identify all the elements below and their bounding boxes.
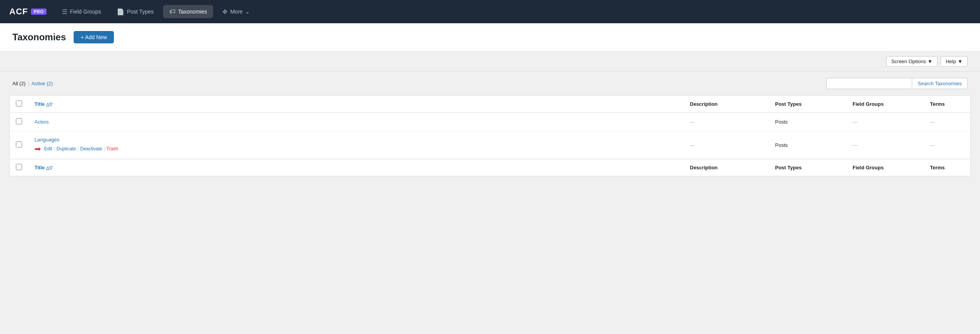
title-sort-link[interactable]: Title △▽ [34,101,52,107]
filter-separator: | [28,81,29,86]
row-languages-checkbox-cell [10,131,28,159]
row-actors-title-link[interactable]: Actors [34,119,49,125]
page-header: Taxonomies + Add New [0,23,980,52]
row-actors-field-groups: — [846,113,924,131]
search-button[interactable]: Search Taxonomies [912,78,968,89]
select-all-checkbox[interactable] [16,100,22,107]
row-languages-title-link[interactable]: Languages [34,137,59,143]
row-actors-description: — [684,113,769,131]
search-area: Search Taxonomies [827,78,968,89]
pro-badge: PRO [31,9,46,15]
action-sep-2: | [77,146,79,152]
acf-logo: ACF PRO [9,7,46,17]
taxonomies-icon: 🏷 [169,8,175,15]
filter-active[interactable]: Active (2) [31,81,53,86]
post-types-icon: 📄 [117,8,124,15]
table-row: Languages ➡ Edit | Duplicate | Deactivat… [10,131,970,159]
foot-col-post-types: Post Types [769,159,846,176]
help-button[interactable]: Help ▼ [940,56,968,67]
row-action-duplicate[interactable]: Duplicate [57,146,76,152]
nav-label-field-groups: Field Groups [70,9,101,15]
arrow-indicator: ➡ [34,144,41,153]
action-sep-3: | [104,146,105,152]
help-arrow-icon: ▼ [958,59,963,64]
action-sep-1: | [54,146,55,152]
row-actors-post-types: Posts [769,113,846,131]
add-new-button[interactable]: + Add New [74,31,114,43]
screen-options-button[interactable]: Screen Options ▼ [886,56,937,67]
taxonomies-table: Title △▽ Description Post Types Field Gr… [10,96,970,176]
title-sort-icon: △▽ [46,102,52,107]
main-content: Screen Options ▼ Help ▼ All (2) | Active… [0,52,980,176]
foot-col-terms: Terms [924,159,970,176]
foot-col-field-groups: Field Groups [846,159,924,176]
more-chevron-icon: ⌄ [245,9,250,15]
foot-col-title: Title △▽ [28,159,684,176]
nav-item-post-types[interactable]: 📄 Post Types [110,5,160,19]
col-terms-header: Terms [924,96,970,113]
row-languages-terms: — [924,131,970,159]
filter-all[interactable]: All (2) [12,81,26,86]
help-label: Help [946,59,956,64]
foot-title-sort-link[interactable]: Title △▽ [34,165,52,170]
foot-title-sort-icon: △▽ [46,165,52,170]
more-icon: ✥ [222,8,227,15]
table-body: Actors — Posts — — [10,113,970,159]
field-groups-icon: ☰ [62,8,67,15]
filter-bar: All (2) | Active (2) Search Taxonomies [0,72,980,95]
col-title-header: Title △▽ [28,96,684,113]
row-languages-title-cell: Languages ➡ Edit | Duplicate | Deactivat… [28,131,684,159]
table-row: Actors — Posts — — [10,113,970,131]
table-header-row: Title △▽ Description Post Types Field Gr… [10,96,970,113]
taxonomies-table-wrapper: Title △▽ Description Post Types Field Gr… [9,95,971,176]
row-actors-title-cell: Actors [28,113,684,131]
row-actors-checkbox[interactable] [16,118,22,124]
screen-options-arrow-icon: ▼ [928,59,933,64]
row-languages-post-types: Posts [769,131,846,159]
col-post-types-header: Post Types [769,96,846,113]
nav-item-taxonomies[interactable]: 🏷 Taxonomies [163,5,213,18]
row-languages-field-groups: — [846,131,924,159]
acf-logo-text: ACF [9,7,28,17]
row-languages-actions: ➡ Edit | Duplicate | Deactivate | Trash [34,144,677,153]
row-languages-checkbox[interactable] [16,141,22,148]
table-footer-row: Title △▽ Description Post Types Field Gr… [10,159,970,176]
col-field-groups-header: Field Groups [846,96,924,113]
row-action-edit[interactable]: Edit [44,146,52,152]
page-title: Taxonomies [12,32,66,43]
screen-options-label: Screen Options [891,59,926,64]
top-nav: ACF PRO ☰ Field Groups 📄 Post Types 🏷 Ta… [0,0,980,23]
row-actors-terms: — [924,113,970,131]
nav-item-more[interactable]: ✥ More ⌄ [216,5,256,19]
search-input[interactable] [827,78,912,89]
table-foot: Title △▽ Description Post Types Field Gr… [10,159,970,176]
col-description-header: Description [684,96,769,113]
nav-label-more: More [230,9,242,15]
select-all-footer-checkbox[interactable] [16,164,22,170]
foot-col-description: Description [684,159,769,176]
nav-item-field-groups[interactable]: ☰ Field Groups [56,5,107,19]
filter-links: All (2) | Active (2) [12,81,53,86]
table-head: Title △▽ Description Post Types Field Gr… [10,96,970,113]
row-action-trash[interactable]: Trash [107,146,118,152]
nav-label-taxonomies: Taxonomies [178,9,207,15]
foot-col-checkbox [10,159,28,176]
nav-label-post-types: Post Types [127,9,154,15]
row-action-deactivate[interactable]: Deactivate [80,146,102,152]
row-languages-description: — [684,131,769,159]
row-actors-checkbox-cell [10,113,28,131]
col-checkbox [10,96,28,113]
screen-options-bar: Screen Options ▼ Help ▼ [0,52,980,72]
